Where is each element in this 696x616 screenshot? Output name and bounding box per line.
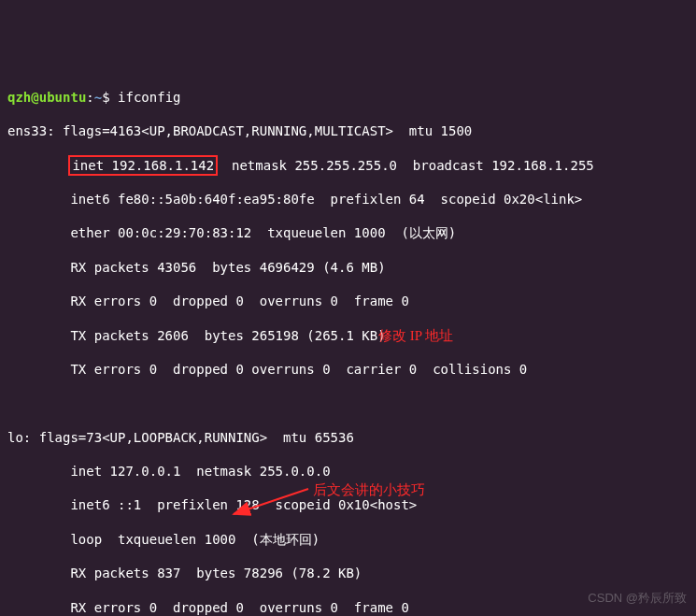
output-line: RX errors 0 dropped 0 overruns 0 frame 0: [7, 599, 689, 616]
cmd-ifconfig: ifconfig: [110, 90, 181, 105]
output-line: TX errors 0 dropped 0 overruns 0 carrier…: [7, 361, 689, 378]
output-line: RX packets 837 bytes 78296 (78.2 KB): [7, 565, 689, 581]
output-line: inet 192.168.1.142 netmask 255.255.255.0…: [7, 157, 689, 174]
prompt-line: qzh@ubuntu:~$ ifconfig: [7, 89, 689, 106]
output-line: [7, 394, 689, 411]
output-line: loop txqueuelen 1000 (本地环回): [7, 531, 689, 548]
watermark: CSDN @矜辰所致: [588, 591, 687, 607]
output-line: RX errors 0 dropped 0 overruns 0 frame 0: [7, 293, 689, 309]
output-line: TX packets 2606 bytes 265198 (265.1 KB): [7, 327, 689, 344]
output-line: ens33: flags=4163<UP,BROADCAST,RUNNING,M…: [7, 122, 689, 139]
output-line: inet 127.0.0.1 netmask 255.0.0.0: [7, 463, 689, 480]
output-line: RX packets 43056 bytes 4696429 (4.6 MB): [7, 259, 689, 276]
output-line: inet6 fe80::5a0b:640f:ea95:80fe prefixle…: [7, 191, 689, 208]
terminal-content[interactable]: qzh@ubuntu:~$ ifconfig ens33: flags=4163…: [7, 72, 689, 616]
prompt-path: ~: [94, 90, 102, 105]
prompt-user: qzh: [7, 90, 31, 105]
output-line: ether 00:0c:29:70:83:12 txqueuelen 1000 …: [7, 224, 689, 241]
highlight-inet-old: inet 192.168.1.142: [68, 155, 218, 176]
prompt-host: ubuntu: [39, 90, 87, 105]
annotation-modify-ip: 修改 IP 地址: [378, 327, 453, 346]
annotation-tip: 后文会讲的小技巧: [313, 481, 425, 500]
output-line: lo: flags=73<UP,LOOPBACK,RUNNING> mtu 65…: [7, 429, 689, 446]
